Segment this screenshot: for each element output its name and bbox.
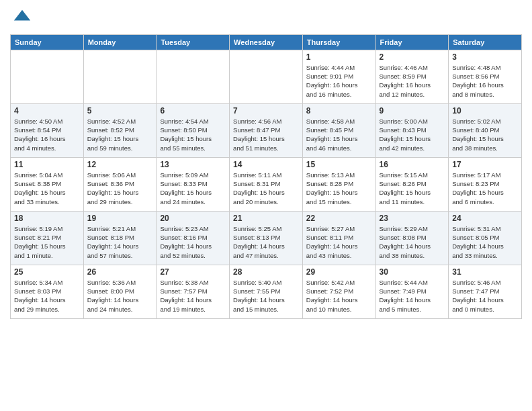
week-row-3: 11Sunrise: 5:04 AM Sunset: 8:38 PM Dayli… <box>11 157 522 211</box>
svg-marker-0 <box>14 10 30 21</box>
day-info: Sunrise: 5:46 AM Sunset: 7:47 PM Dayligh… <box>452 278 518 314</box>
day-cell <box>83 50 157 103</box>
day-number: 17 <box>452 160 518 169</box>
day-cell: 11Sunrise: 5:04 AM Sunset: 8:38 PM Dayli… <box>11 157 84 211</box>
week-row-2: 4Sunrise: 4:50 AM Sunset: 8:54 PM Daylig… <box>11 103 522 157</box>
day-cell: 1Sunrise: 4:44 AM Sunset: 9:01 PM Daylig… <box>302 50 375 103</box>
day-number: 21 <box>233 214 299 223</box>
day-cell: 7Sunrise: 4:56 AM Sunset: 8:47 PM Daylig… <box>230 103 303 157</box>
day-number: 15 <box>306 160 372 169</box>
day-number: 27 <box>160 267 226 277</box>
day-cell: 2Sunrise: 4:46 AM Sunset: 8:59 PM Daylig… <box>375 50 449 103</box>
day-info: Sunrise: 5:00 AM Sunset: 8:43 PM Dayligh… <box>380 117 445 152</box>
day-info: Sunrise: 5:38 AM Sunset: 7:57 PM Dayligh… <box>160 278 226 314</box>
day-number: 13 <box>160 160 226 169</box>
day-number: 1 <box>306 52 372 62</box>
day-number: 26 <box>87 267 153 277</box>
day-info: Sunrise: 5:17 AM Sunset: 8:23 PM Dayligh… <box>452 171 518 206</box>
day-cell: 16Sunrise: 5:15 AM Sunset: 8:26 PM Dayli… <box>375 157 449 211</box>
day-number: 14 <box>233 160 299 169</box>
day-number: 11 <box>14 160 80 169</box>
week-row-1: 1Sunrise: 4:44 AM Sunset: 9:01 PM Daylig… <box>11 50 522 103</box>
day-cell: 21Sunrise: 5:25 AM Sunset: 8:13 PM Dayli… <box>230 211 303 265</box>
day-number: 12 <box>87 160 153 169</box>
day-cell: 26Sunrise: 5:36 AM Sunset: 8:00 PM Dayli… <box>83 265 157 318</box>
day-info: Sunrise: 4:44 AM Sunset: 9:01 PM Dayligh… <box>306 63 372 99</box>
day-info: Sunrise: 5:27 AM Sunset: 8:11 PM Dayligh… <box>306 224 372 260</box>
day-number: 5 <box>87 106 153 116</box>
day-cell: 10Sunrise: 5:02 AM Sunset: 8:40 PM Dayli… <box>449 103 522 157</box>
day-cell: 28Sunrise: 5:40 AM Sunset: 7:55 PM Dayli… <box>230 265 303 318</box>
day-cell: 3Sunrise: 4:48 AM Sunset: 8:56 PM Daylig… <box>449 50 522 103</box>
day-number: 3 <box>452 52 518 62</box>
page: SundayMondayTuesdayWednesdayThursdayFrid… <box>0 0 532 326</box>
day-cell: 27Sunrise: 5:38 AM Sunset: 7:57 PM Dayli… <box>157 265 230 318</box>
day-info: Sunrise: 5:09 AM Sunset: 8:33 PM Dayligh… <box>160 171 226 206</box>
day-info: Sunrise: 5:21 AM Sunset: 8:18 PM Dayligh… <box>87 224 153 260</box>
day-info: Sunrise: 5:19 AM Sunset: 8:21 PM Dayligh… <box>14 224 80 260</box>
day-info: Sunrise: 5:36 AM Sunset: 8:00 PM Dayligh… <box>87 278 153 314</box>
day-cell: 25Sunrise: 5:34 AM Sunset: 8:03 PM Dayli… <box>11 265 84 318</box>
weekday-header-sunday: Sunday <box>11 34 84 50</box>
weekday-header-thursday: Thursday <box>302 34 375 50</box>
weekday-header-wednesday: Wednesday <box>230 34 303 50</box>
day-number: 25 <box>14 267 80 277</box>
day-cell: 22Sunrise: 5:27 AM Sunset: 8:11 PM Dayli… <box>302 211 375 265</box>
day-number: 7 <box>233 106 299 116</box>
day-info: Sunrise: 4:50 AM Sunset: 8:54 PM Dayligh… <box>14 117 80 152</box>
day-info: Sunrise: 5:11 AM Sunset: 8:31 PM Dayligh… <box>233 171 299 206</box>
week-row-4: 18Sunrise: 5:19 AM Sunset: 8:21 PM Dayli… <box>11 211 522 265</box>
day-cell: 13Sunrise: 5:09 AM Sunset: 8:33 PM Dayli… <box>157 157 230 211</box>
day-info: Sunrise: 5:23 AM Sunset: 8:16 PM Dayligh… <box>160 224 226 260</box>
day-number: 28 <box>233 267 299 277</box>
day-info: Sunrise: 5:42 AM Sunset: 7:52 PM Dayligh… <box>306 278 372 314</box>
day-cell <box>230 50 303 103</box>
day-cell: 17Sunrise: 5:17 AM Sunset: 8:23 PM Dayli… <box>449 157 522 211</box>
day-cell <box>11 50 84 103</box>
day-number: 19 <box>87 214 153 223</box>
weekday-header-tuesday: Tuesday <box>157 34 230 50</box>
day-cell: 9Sunrise: 5:00 AM Sunset: 8:43 PM Daylig… <box>375 103 449 157</box>
day-info: Sunrise: 4:54 AM Sunset: 8:50 PM Dayligh… <box>160 117 226 152</box>
day-info: Sunrise: 5:44 AM Sunset: 7:49 PM Dayligh… <box>380 278 445 314</box>
logo <box>10 7 32 29</box>
header <box>10 7 522 29</box>
day-cell <box>157 50 230 103</box>
day-cell: 31Sunrise: 5:46 AM Sunset: 7:47 PM Dayli… <box>449 265 522 318</box>
day-number: 29 <box>306 267 372 277</box>
day-number: 18 <box>14 214 80 223</box>
day-cell: 29Sunrise: 5:42 AM Sunset: 7:52 PM Dayli… <box>302 265 375 318</box>
day-cell: 8Sunrise: 4:58 AM Sunset: 8:45 PM Daylig… <box>302 103 375 157</box>
day-cell: 4Sunrise: 4:50 AM Sunset: 8:54 PM Daylig… <box>11 103 84 157</box>
day-info: Sunrise: 5:02 AM Sunset: 8:40 PM Dayligh… <box>452 117 518 152</box>
day-cell: 20Sunrise: 5:23 AM Sunset: 8:16 PM Dayli… <box>157 211 230 265</box>
day-info: Sunrise: 4:56 AM Sunset: 8:47 PM Dayligh… <box>233 117 299 152</box>
day-cell: 18Sunrise: 5:19 AM Sunset: 8:21 PM Dayli… <box>11 211 84 265</box>
day-number: 31 <box>452 267 518 277</box>
logo-text <box>10 7 32 29</box>
day-number: 24 <box>452 214 518 223</box>
day-info: Sunrise: 5:13 AM Sunset: 8:28 PM Dayligh… <box>306 171 372 206</box>
day-number: 8 <box>306 106 372 116</box>
day-cell: 23Sunrise: 5:29 AM Sunset: 8:08 PM Dayli… <box>375 211 449 265</box>
weekday-header-monday: Monday <box>83 34 157 50</box>
weekday-header-row: SundayMondayTuesdayWednesdayThursdayFrid… <box>11 34 522 50</box>
day-cell: 6Sunrise: 4:54 AM Sunset: 8:50 PM Daylig… <box>157 103 230 157</box>
day-info: Sunrise: 5:31 AM Sunset: 8:05 PM Dayligh… <box>452 224 518 260</box>
day-cell: 14Sunrise: 5:11 AM Sunset: 8:31 PM Dayli… <box>230 157 303 211</box>
day-number: 23 <box>380 214 445 223</box>
day-info: Sunrise: 4:58 AM Sunset: 8:45 PM Dayligh… <box>306 117 372 152</box>
day-info: Sunrise: 5:25 AM Sunset: 8:13 PM Dayligh… <box>233 224 299 260</box>
day-number: 16 <box>380 160 445 169</box>
day-info: Sunrise: 5:34 AM Sunset: 8:03 PM Dayligh… <box>14 278 80 314</box>
calendar: SundayMondayTuesdayWednesdayThursdayFrid… <box>10 34 522 319</box>
day-info: Sunrise: 5:40 AM Sunset: 7:55 PM Dayligh… <box>233 278 299 314</box>
day-number: 4 <box>14 106 80 116</box>
day-cell: 30Sunrise: 5:44 AM Sunset: 7:49 PM Dayli… <box>375 265 449 318</box>
day-number: 6 <box>160 106 226 116</box>
day-info: Sunrise: 5:06 AM Sunset: 8:36 PM Dayligh… <box>87 171 153 206</box>
day-cell: 15Sunrise: 5:13 AM Sunset: 8:28 PM Dayli… <box>302 157 375 211</box>
day-info: Sunrise: 4:52 AM Sunset: 8:52 PM Dayligh… <box>87 117 153 152</box>
day-number: 30 <box>380 267 445 277</box>
logo-icon <box>13 7 32 26</box>
